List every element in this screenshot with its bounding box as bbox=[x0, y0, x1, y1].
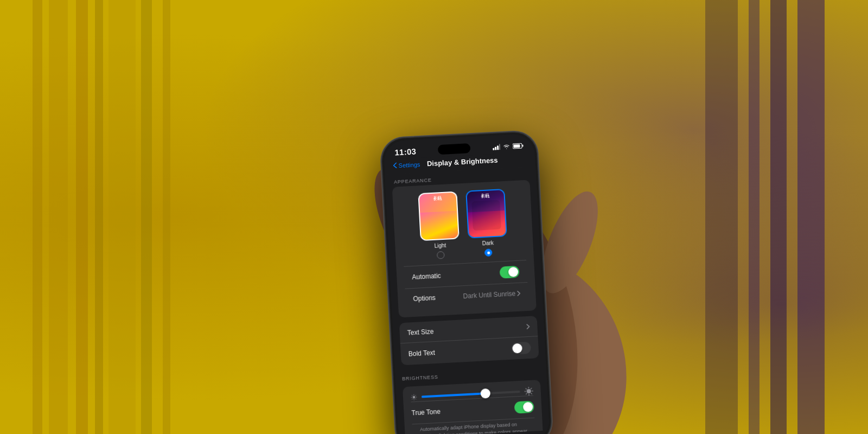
svg-rect-5 bbox=[493, 148, 494, 150]
svg-point-21 bbox=[527, 389, 531, 393]
true-tone-toggle[interactable] bbox=[514, 401, 534, 414]
battery-icon bbox=[513, 142, 524, 149]
svg-rect-6 bbox=[495, 146, 496, 150]
svg-line-27 bbox=[531, 393, 532, 394]
status-time: 11:03 bbox=[394, 146, 417, 157]
dark-preview-wallpaper: 9:41 bbox=[467, 190, 506, 237]
options-label: Options bbox=[413, 294, 436, 303]
svg-line-29 bbox=[526, 393, 527, 394]
light-mode-label: Light bbox=[434, 242, 446, 249]
svg-line-20 bbox=[412, 399, 412, 399]
signal-icon bbox=[493, 144, 501, 150]
text-size-chevron-icon bbox=[526, 323, 530, 329]
brightness-high-icon bbox=[524, 387, 533, 396]
dark-mode-option[interactable]: 9:41 Dark bbox=[465, 189, 508, 258]
svg-rect-7 bbox=[497, 145, 499, 150]
phone-screen: 11:03 bbox=[383, 133, 550, 434]
text-size-card: Text Size Bold Text bbox=[399, 316, 539, 365]
bold-text-label: Bold Text bbox=[408, 349, 435, 358]
bold-toggle-knob bbox=[512, 343, 522, 354]
status-icons bbox=[493, 142, 524, 150]
light-preview-wallpaper: 9:41 bbox=[419, 193, 458, 240]
dark-mode-label: Dark bbox=[482, 240, 494, 246]
svg-line-19 bbox=[415, 395, 416, 395]
back-label: Settings bbox=[398, 161, 420, 169]
text-size-label: Text Size bbox=[407, 328, 433, 337]
back-chevron-icon bbox=[393, 162, 397, 168]
brightness-section: BRIGHTNESS bbox=[401, 363, 544, 434]
dark-preview: 9:41 bbox=[465, 189, 507, 239]
dark-radio[interactable] bbox=[484, 248, 493, 257]
toggle-knob bbox=[508, 267, 519, 277]
automatic-toggle[interactable] bbox=[500, 266, 520, 279]
light-preview: 9:41 bbox=[418, 192, 459, 241]
phone: 11:03 bbox=[380, 130, 553, 434]
appearance-container: 9:41 Light bbox=[392, 180, 537, 317]
chevron-right-icon bbox=[517, 291, 521, 296]
automatic-label: Automatic bbox=[412, 272, 441, 281]
svg-line-17 bbox=[412, 395, 412, 395]
text-size-chevron bbox=[526, 323, 530, 329]
page-title: Display & Brightness bbox=[420, 156, 505, 168]
options-value: Dark Until Sunrise bbox=[463, 290, 520, 301]
brightness-low-icon bbox=[411, 394, 418, 401]
back-button[interactable]: Settings bbox=[393, 161, 420, 169]
svg-line-26 bbox=[526, 388, 527, 390]
svg-line-28 bbox=[531, 388, 532, 389]
true-tone-knob bbox=[523, 402, 533, 412]
brightness-card: True Tone Automatically adapt iPhone dis… bbox=[403, 380, 544, 434]
slider-fill bbox=[422, 392, 486, 398]
phone-in-hand: 11:03 bbox=[380, 130, 553, 434]
appearance-options: 9:41 Light bbox=[400, 188, 526, 261]
screen-content[interactable]: APPEARANCE 9:41 bbox=[385, 167, 549, 434]
svg-rect-10 bbox=[522, 144, 523, 146]
svg-rect-11 bbox=[513, 144, 520, 148]
svg-line-18 bbox=[416, 399, 416, 399]
svg-rect-8 bbox=[499, 144, 501, 150]
bold-text-toggle[interactable] bbox=[511, 342, 531, 355]
light-radio[interactable] bbox=[437, 251, 445, 259]
wifi-icon bbox=[503, 143, 510, 149]
light-mode-option[interactable]: 9:41 Light bbox=[418, 192, 460, 260]
true-tone-label: True Tone bbox=[411, 408, 441, 417]
scene: 11:03 bbox=[0, 0, 868, 434]
svg-point-12 bbox=[412, 396, 415, 399]
